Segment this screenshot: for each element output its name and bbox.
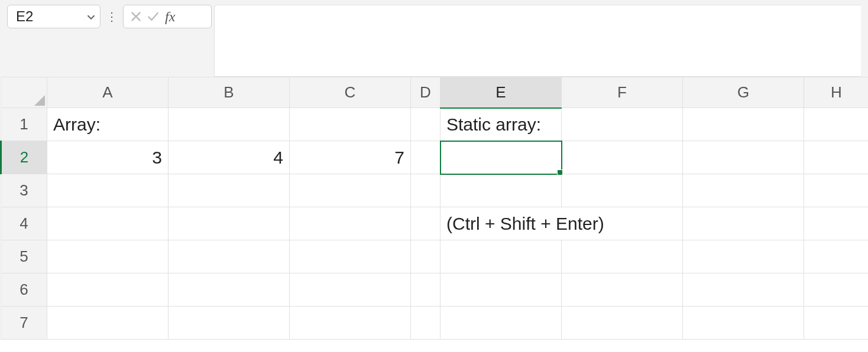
col-header-G[interactable]: G: [683, 77, 804, 108]
name-box-value: E2: [16, 8, 33, 25]
formula-bar-area: E2 ⋮ fx: [0, 0, 868, 77]
cell-C7[interactable]: [290, 307, 411, 340]
row-header-4[interactable]: 4: [1, 207, 47, 240]
cell-A5[interactable]: [47, 240, 169, 273]
cell-E4[interactable]: (Ctrl + Shift + Enter): [441, 207, 683, 240]
cell-D1[interactable]: [411, 108, 441, 141]
table-row: 7: [1, 307, 869, 340]
cell-H4[interactable]: [804, 207, 869, 240]
cell-G3[interactable]: [683, 174, 804, 207]
row-header-3[interactable]: 3: [1, 174, 47, 207]
cell-C3[interactable]: [290, 174, 411, 207]
col-header-C[interactable]: C: [290, 77, 411, 108]
cell-G4[interactable]: [683, 207, 804, 240]
table-row: 6: [1, 273, 869, 307]
cell-H6[interactable]: [804, 273, 869, 307]
col-header-F[interactable]: F: [562, 77, 683, 108]
table-row: 3: [1, 174, 869, 207]
cell-H3[interactable]: [804, 174, 869, 207]
cell-H2[interactable]: [804, 141, 869, 174]
cell-G5[interactable]: [683, 240, 804, 273]
cell-E3[interactable]: [441, 174, 562, 207]
cell-E7[interactable]: [441, 307, 562, 340]
cell-D2[interactable]: [411, 141, 441, 174]
row-header-7[interactable]: 7: [1, 307, 47, 340]
cell-A2[interactable]: 3: [47, 141, 169, 174]
cell-C5[interactable]: [290, 240, 411, 273]
cell-B1[interactable]: [169, 108, 290, 141]
spreadsheet-grid[interactable]: A B C D E F G H 1 Array: Static array:: [0, 77, 868, 352]
col-header-E[interactable]: E: [441, 77, 562, 108]
cell-H1[interactable]: [804, 108, 869, 141]
cell-B5[interactable]: [169, 240, 290, 273]
cell-B2[interactable]: 4: [169, 141, 290, 174]
cell-D7[interactable]: [411, 307, 441, 340]
row-header-2[interactable]: 2: [1, 141, 47, 174]
cell-A7[interactable]: [47, 307, 169, 340]
cell-G2[interactable]: [683, 141, 804, 174]
cell-E5[interactable]: [441, 240, 562, 273]
cell-A4[interactable]: [47, 207, 169, 240]
table-row: 1 Array: Static array:: [1, 108, 869, 141]
name-box[interactable]: E2: [7, 5, 101, 28]
table-row: 4 (Ctrl + Shift + Enter): [1, 207, 869, 240]
cell-A1[interactable]: Array:: [47, 108, 169, 141]
cell-E1[interactable]: Static array:: [441, 108, 562, 141]
formula-input[interactable]: [214, 5, 861, 77]
cell-B4[interactable]: [169, 207, 290, 240]
cell-E2[interactable]: [441, 141, 562, 174]
select-all-corner[interactable]: [1, 77, 47, 108]
table-row: 2 3 4 7: [1, 141, 869, 174]
cell-B3[interactable]: [169, 174, 290, 207]
cell-E6[interactable]: [441, 273, 562, 307]
cell-C2[interactable]: 7: [290, 141, 411, 174]
cell-C6[interactable]: [290, 273, 411, 307]
cell-D4[interactable]: [411, 207, 441, 240]
cancel-icon[interactable]: [131, 11, 141, 22]
cell-F7[interactable]: [562, 307, 683, 340]
row-header-6[interactable]: 6: [1, 273, 47, 307]
fx-icon[interactable]: fx: [165, 9, 175, 25]
cell-G1[interactable]: [683, 108, 804, 141]
col-header-D[interactable]: D: [411, 77, 441, 108]
cell-F6[interactable]: [562, 273, 683, 307]
chevron-down-icon[interactable]: [87, 8, 95, 25]
cell-A3[interactable]: [47, 174, 169, 207]
cell-G6[interactable]: [683, 273, 804, 307]
cell-B6[interactable]: [169, 273, 290, 307]
cell-D3[interactable]: [411, 174, 441, 207]
cell-D5[interactable]: [411, 240, 441, 273]
cell-F5[interactable]: [562, 240, 683, 273]
formula-buttons: fx: [123, 5, 212, 28]
cell-C1[interactable]: [290, 108, 411, 141]
enter-icon[interactable]: [147, 11, 159, 22]
row-header-1[interactable]: 1: [1, 108, 47, 141]
col-header-A[interactable]: A: [47, 77, 169, 108]
row-header-5[interactable]: 5: [1, 240, 47, 273]
cell-F3[interactable]: [562, 174, 683, 207]
col-header-H[interactable]: H: [804, 77, 869, 108]
cell-H7[interactable]: [804, 307, 869, 340]
vertical-dots-icon[interactable]: ⋮: [106, 5, 117, 28]
cell-C4[interactable]: [290, 207, 411, 240]
table-row: 5: [1, 240, 869, 273]
cell-D6[interactable]: [411, 273, 441, 307]
cell-F1[interactable]: [562, 108, 683, 141]
cell-A6[interactable]: [47, 273, 169, 307]
cell-G7[interactable]: [683, 307, 804, 340]
cell-F2[interactable]: [562, 141, 683, 174]
cell-H5[interactable]: [804, 240, 869, 273]
col-header-B[interactable]: B: [169, 77, 290, 108]
cell-B7[interactable]: [169, 307, 290, 340]
